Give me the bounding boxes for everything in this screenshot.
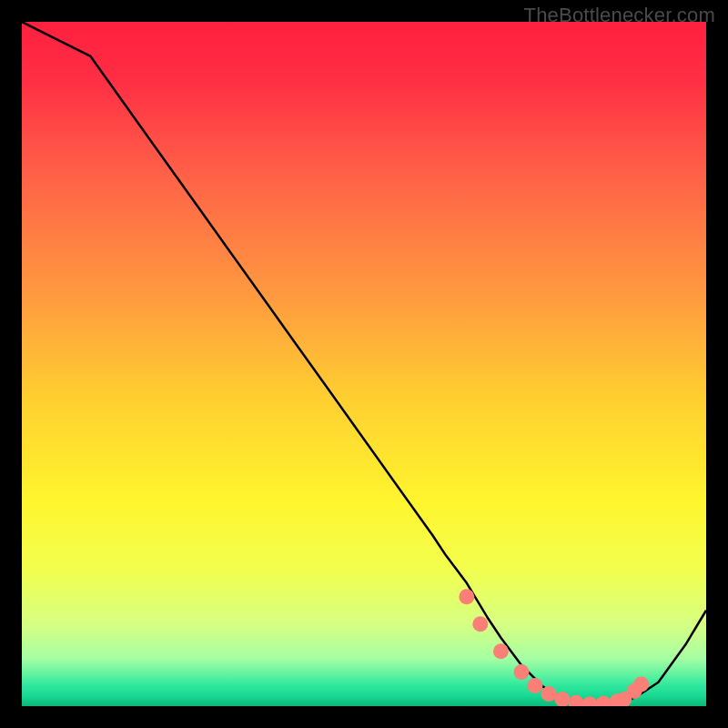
curve-marker bbox=[633, 676, 649, 692]
curve-marker bbox=[459, 589, 474, 604]
chart-svg bbox=[22, 22, 706, 706]
curve-marker bbox=[493, 643, 509, 659]
plot-area bbox=[22, 22, 706, 706]
curve-marker bbox=[528, 678, 543, 693]
chart-container: TheBottlenecker.com bbox=[0, 0, 728, 728]
gradient-background bbox=[22, 22, 706, 706]
watermark-text: TheBottlenecker.com bbox=[524, 4, 715, 27]
curve-marker bbox=[472, 616, 488, 632]
curve-marker bbox=[514, 664, 530, 680]
curve-marker bbox=[541, 686, 557, 702]
